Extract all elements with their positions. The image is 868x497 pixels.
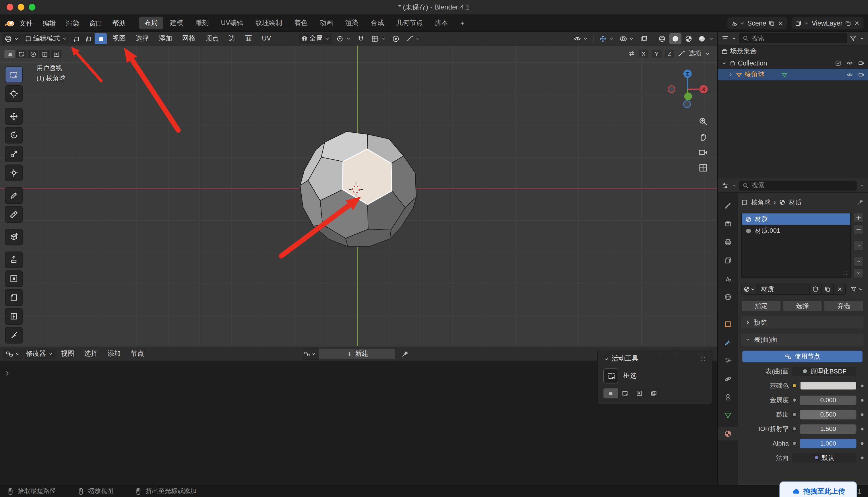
menu-uv[interactable]: UV <box>258 32 276 45</box>
proportional-edit-toggle[interactable] <box>390 33 402 44</box>
tool-annotate[interactable] <box>5 187 23 204</box>
menu-mesh[interactable]: 网格 <box>178 32 200 45</box>
tool-add-cube[interactable] <box>5 229 23 245</box>
render-visibility-icon[interactable] <box>858 71 865 78</box>
material-slot-list[interactable]: 材质 材质.001 <box>741 213 851 279</box>
tool-knife[interactable] <box>5 327 23 344</box>
duplicate-material-button[interactable] <box>822 284 834 295</box>
keyframe-dot[interactable] <box>861 456 864 459</box>
move-slot-up-button[interactable] <box>853 257 864 267</box>
menu-view[interactable]: 视图 <box>57 347 79 360</box>
tab-render[interactable] <box>718 217 738 230</box>
shading-solid-button[interactable] <box>670 33 681 44</box>
hide-eye-icon[interactable] <box>847 71 853 78</box>
tab-particles[interactable] <box>718 353 738 367</box>
tab-constraints[interactable] <box>718 390 738 404</box>
outliner-row-object[interactable]: 棱角球 <box>718 69 868 80</box>
scene-selector[interactable]: Scene <box>727 17 787 29</box>
pin-icon[interactable] <box>401 350 409 358</box>
checkbox-icon[interactable] <box>835 59 841 66</box>
mode-intersect-button[interactable] <box>647 388 661 398</box>
select-circle-button[interactable] <box>28 50 38 58</box>
menu-face[interactable]: 面 <box>241 32 256 45</box>
chevron-down-icon[interactable] <box>859 182 865 188</box>
workspace-tab-compositing[interactable]: 合成 <box>365 17 389 29</box>
snap-target-dropdown[interactable] <box>369 33 388 44</box>
tool-3d-cursor[interactable] <box>5 85 23 102</box>
expand-icon[interactable] <box>728 72 733 77</box>
tool-box-select[interactable] <box>5 66 23 83</box>
tool-rotate[interactable] <box>5 127 23 144</box>
editor-type-dropdown[interactable] <box>2 33 21 44</box>
expand-icon[interactable] <box>721 60 727 66</box>
filter-funnel-icon[interactable] <box>849 34 857 42</box>
metallic-slider[interactable]: 0.000 <box>800 395 856 405</box>
keyframe-dot[interactable] <box>861 399 864 402</box>
tab-object[interactable] <box>718 317 738 331</box>
menu-render[interactable]: 渲染 <box>61 15 84 31</box>
close-window-button[interactable] <box>6 4 13 10</box>
menu-add[interactable]: 添加 <box>103 347 125 360</box>
toggle-xray-button[interactable] <box>638 33 650 44</box>
tab-world[interactable] <box>718 290 738 304</box>
shading-material-button[interactable] <box>682 33 695 44</box>
slot-specials-dropdown[interactable] <box>853 240 864 251</box>
workspace-tab-shading[interactable]: 着色 <box>289 17 313 29</box>
browse-nodetree-dropdown[interactable] <box>302 348 318 359</box>
tab-modifiers[interactable] <box>718 335 738 349</box>
close-icon[interactable] <box>854 19 860 26</box>
pin-icon[interactable] <box>857 199 864 205</box>
workspace-tab-animation[interactable]: 动画 <box>314 17 339 29</box>
select-lasso-button[interactable] <box>39 50 50 58</box>
keyframe-dot[interactable] <box>861 413 864 416</box>
viewport-navigation-gizmo[interactable]: Z X <box>667 67 708 109</box>
fake-user-button[interactable] <box>809 284 822 295</box>
mode-subtract-button[interactable] <box>632 388 646 398</box>
keyframe-dot[interactable] <box>861 384 864 387</box>
drag-grip-icon[interactable] <box>700 355 706 362</box>
menu-view[interactable]: 视图 <box>108 32 130 45</box>
surface-panel-header[interactable]: 表(曲)面 <box>741 333 864 345</box>
zoom-window-button[interactable] <box>29 4 35 10</box>
copy-icon[interactable] <box>845 19 851 26</box>
menu-select[interactable]: 选择 <box>131 32 153 45</box>
select-tweak-button[interactable] <box>4 50 15 58</box>
snap-toggle[interactable] <box>355 33 367 44</box>
keyframe-dot[interactable] <box>861 427 864 430</box>
workspace-tab-geometrynodes[interactable]: 几何节点 <box>391 17 428 29</box>
unlink-material-button[interactable] <box>834 284 845 295</box>
viewport-canvas[interactable]: X Y Z 选项 用户透视 (1) 棱角球 <box>0 45 717 346</box>
sidebar-expand-icon[interactable] <box>3 369 11 377</box>
menu-edge[interactable]: 边 <box>224 32 240 45</box>
breadcrumb-object[interactable]: 棱角球 <box>751 198 770 206</box>
ortho-toggle-button[interactable] <box>698 163 708 173</box>
mirror-z-toggle[interactable]: Z <box>665 50 674 57</box>
blender-logo-icon[interactable] <box>4 18 14 28</box>
deselect-button[interactable]: 弃选 <box>824 300 864 311</box>
tab-view-layer[interactable] <box>718 253 738 267</box>
close-icon[interactable] <box>777 19 784 26</box>
render-visibility-icon[interactable] <box>858 59 865 66</box>
material-slot-row[interactable]: 材质.001 <box>742 225 850 237</box>
properties-editor-icon[interactable] <box>721 182 729 189</box>
mirror-y-toggle[interactable]: Y <box>652 50 662 57</box>
preview-panel-header[interactable]: 预览 <box>741 316 864 328</box>
roughness-slider[interactable]: 0.500 <box>800 410 856 419</box>
zoom-button[interactable] <box>698 116 708 126</box>
workspace-tab-modeling[interactable]: 建模 <box>164 17 189 29</box>
material-name-field[interactable]: 材质 <box>758 284 809 295</box>
node-tree-type-dropdown[interactable]: 修改器 <box>24 348 55 359</box>
material-filter-dropdown[interactable] <box>850 286 864 293</box>
add-slot-button[interactable] <box>853 213 864 223</box>
outliner-row-scene-collection[interactable]: 场景集合 <box>718 45 868 57</box>
breadcrumb-material[interactable]: 材质 <box>789 198 802 206</box>
tab-tool[interactable] <box>718 198 738 212</box>
shading-rendered-button[interactable] <box>696 33 708 44</box>
base-color-swatch[interactable] <box>800 381 856 390</box>
properties-search-input[interactable]: 搜索 <box>739 181 857 190</box>
tool-transform[interactable] <box>5 165 23 181</box>
workspace-tab-layout[interactable]: 布局 <box>139 17 163 29</box>
minimize-window-button[interactable] <box>18 4 25 10</box>
menu-help[interactable]: 帮助 <box>107 15 131 31</box>
new-nodetree-button[interactable]: 新建 <box>318 348 396 359</box>
